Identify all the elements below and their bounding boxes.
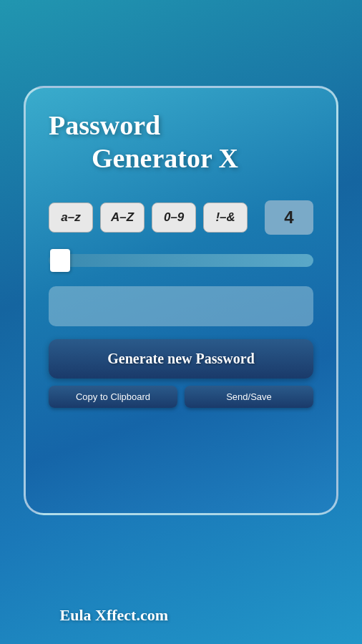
char-types-row: a–z A–Z 0–9 !–& 4 <box>49 200 313 235</box>
title-line1: Password <box>49 110 160 140</box>
title-line2: Generator X <box>49 143 238 173</box>
length-display[interactable]: 4 <box>265 200 313 235</box>
password-display <box>49 286 313 326</box>
brand-text: Eula Xffect.com <box>59 606 168 625</box>
secondary-buttons: Copy to Clipboard Send/Save <box>49 386 313 408</box>
background: Password Generator X a–z A–Z 0–9 !–& 4 G… <box>0 0 362 644</box>
uppercase-btn[interactable]: A–Z <box>100 203 145 233</box>
lowercase-btn[interactable]: a–z <box>49 203 93 233</box>
generate-button[interactable]: Generate new Password <box>49 339 313 379</box>
bottom-bar: f t Apps Eula Xffect.com <box>0 587 181 644</box>
copy-button[interactable]: Copy to Clipboard <box>49 386 177 408</box>
app-title: Password Generator X <box>49 109 313 175</box>
main-card: Password Generator X a–z A–Z 0–9 !–& 4 G… <box>24 86 338 515</box>
symbols-btn[interactable]: !–& <box>203 203 248 233</box>
send-button[interactable]: Send/Save <box>185 386 313 408</box>
numbers-btn[interactable]: 0–9 <box>152 203 196 233</box>
slider-container <box>49 248 313 273</box>
